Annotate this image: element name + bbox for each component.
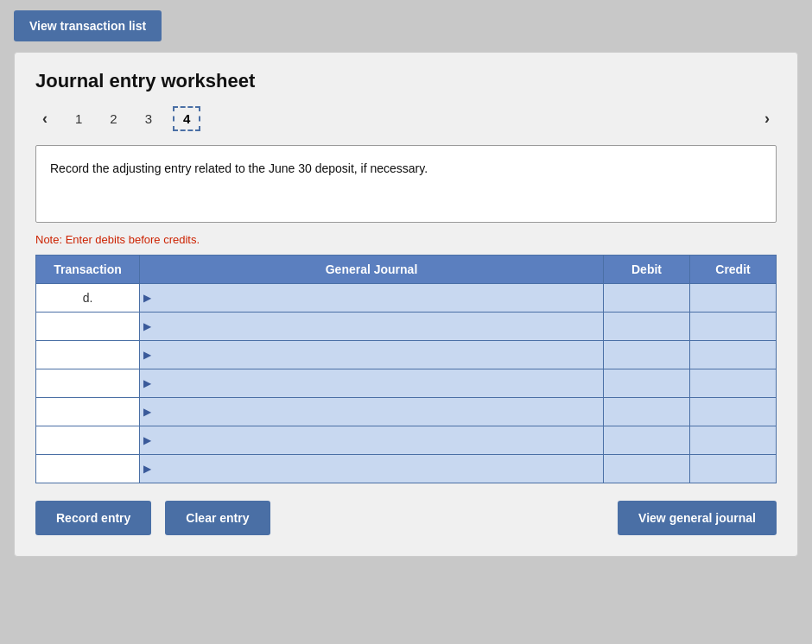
credit-cell-5[interactable] [690, 398, 777, 426]
table-row: ▶ [36, 455, 777, 483]
credit-input-7[interactable] [690, 455, 776, 483]
table-row: ▶ [36, 426, 777, 455]
credit-input-2[interactable] [690, 313, 776, 340]
table-row: ▶ [36, 313, 777, 341]
pagination: ‹ 1 2 3 4 › [35, 106, 777, 131]
debit-cell-1[interactable] [604, 284, 690, 313]
page-2[interactable]: 2 [103, 108, 124, 129]
journal-cell-6[interactable]: ▶ [140, 426, 604, 455]
arrow-icon-5: ▶ [143, 406, 151, 418]
credit-input-3[interactable] [690, 341, 776, 369]
transaction-cell-1: d. [36, 284, 140, 313]
credit-cell-1[interactable] [690, 284, 777, 313]
arrow-icon-6: ▶ [143, 434, 151, 446]
credit-cell-7[interactable] [690, 455, 777, 483]
record-entry-button[interactable]: Record entry [35, 501, 151, 535]
credit-input-5[interactable] [690, 398, 776, 426]
debit-cell-4[interactable] [604, 369, 690, 398]
page-3[interactable]: 3 [138, 108, 159, 129]
view-general-journal-button[interactable]: View general journal [618, 501, 777, 535]
transaction-cell-7 [36, 455, 140, 483]
page-4[interactable]: 4 [173, 106, 200, 131]
journal-input-7[interactable] [155, 455, 603, 483]
credit-cell-4[interactable] [690, 369, 777, 398]
col-header-transaction: Transaction [36, 256, 140, 284]
journal-cell-7[interactable]: ▶ [140, 455, 604, 483]
journal-input-5[interactable] [155, 398, 603, 426]
debit-input-5[interactable] [604, 398, 689, 426]
page-1[interactable]: 1 [68, 108, 89, 129]
debit-input-1[interactable] [604, 284, 689, 312]
transaction-cell-2 [36, 313, 140, 341]
debit-cell-6[interactable] [604, 426, 690, 455]
instruction-box: Record the adjusting entry related to th… [35, 145, 777, 223]
buttons-row: Record entry Clear entry View general jo… [35, 501, 777, 535]
table-row: ▶ [36, 369, 777, 398]
arrow-icon-1: ▶ [143, 292, 151, 304]
journal-table: Transaction General Journal Debit Credit… [35, 255, 777, 483]
table-row: ▶ [36, 341, 777, 369]
credit-cell-2[interactable] [690, 313, 777, 341]
journal-input-6[interactable] [155, 426, 603, 454]
table-row: d. ▶ [36, 284, 777, 313]
journal-cell-4[interactable]: ▶ [140, 369, 604, 398]
debit-input-4[interactable] [604, 369, 689, 397]
journal-input-3[interactable] [155, 341, 603, 369]
col-header-credit: Credit [690, 256, 777, 284]
arrow-icon-7: ▶ [143, 463, 151, 475]
debit-input-7[interactable] [604, 455, 689, 483]
credit-input-4[interactable] [690, 369, 776, 397]
journal-input-2[interactable] [155, 313, 603, 340]
view-transaction-button[interactable]: View transaction list [14, 10, 162, 41]
transaction-cell-5 [36, 398, 140, 426]
arrow-icon-3: ▶ [143, 349, 151, 361]
debit-input-3[interactable] [604, 341, 689, 369]
main-container: Journal entry worksheet ‹ 1 2 3 4 › Reco… [14, 52, 798, 557]
credit-input-6[interactable] [690, 426, 776, 454]
note-text: Note: Enter debits before credits. [35, 233, 777, 246]
arrow-icon-2: ▶ [143, 320, 151, 332]
clear-entry-button[interactable]: Clear entry [165, 501, 270, 535]
table-row: ▶ [36, 398, 777, 426]
credit-input-1[interactable] [690, 284, 776, 312]
next-page-button[interactable]: › [758, 106, 777, 131]
journal-input-1[interactable] [155, 284, 603, 312]
debit-input-2[interactable] [604, 313, 689, 340]
top-bar: View transaction list [0, 0, 812, 52]
journal-cell-2[interactable]: ▶ [140, 313, 604, 341]
debit-cell-2[interactable] [604, 313, 690, 341]
debit-cell-7[interactable] [604, 455, 690, 483]
journal-input-4[interactable] [155, 369, 603, 397]
journal-cell-1[interactable]: ▶ [140, 284, 604, 313]
transaction-cell-3 [36, 341, 140, 369]
credit-cell-3[interactable] [690, 341, 777, 369]
worksheet-title: Journal entry worksheet [35, 70, 777, 92]
debit-cell-5[interactable] [604, 398, 690, 426]
debit-cell-3[interactable] [604, 341, 690, 369]
col-header-general-journal: General Journal [140, 256, 604, 284]
col-header-debit: Debit [604, 256, 690, 284]
instruction-text: Record the adjusting entry related to th… [50, 160, 762, 178]
debit-input-6[interactable] [604, 426, 689, 454]
transaction-cell-4 [36, 369, 140, 398]
arrow-icon-4: ▶ [143, 377, 151, 389]
transaction-cell-6 [36, 426, 140, 455]
journal-cell-3[interactable]: ▶ [140, 341, 604, 369]
journal-cell-5[interactable]: ▶ [140, 398, 604, 426]
credit-cell-6[interactable] [690, 426, 777, 455]
prev-page-button[interactable]: ‹ [35, 106, 54, 131]
